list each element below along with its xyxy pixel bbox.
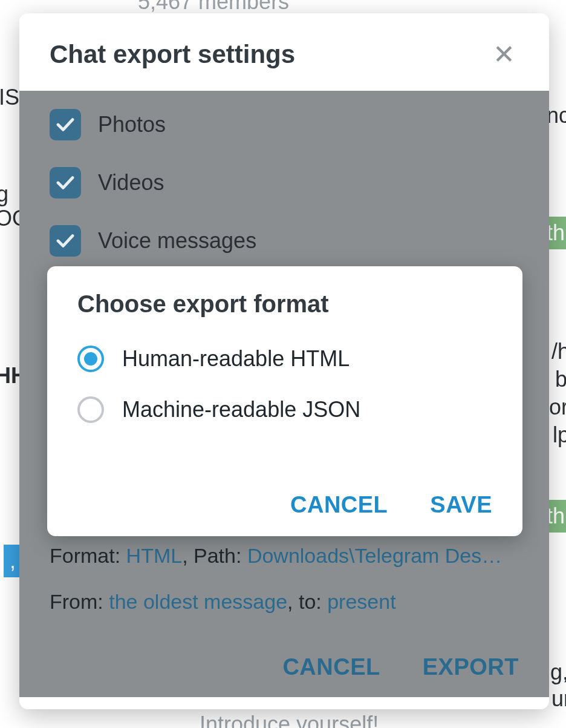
inner-dialog-actions: CANCEL SAVE xyxy=(290,492,492,518)
checkbox-checked-icon[interactable] xyxy=(50,167,81,198)
from-label: From: xyxy=(50,590,109,613)
checkbox-label: Photos xyxy=(98,112,166,137)
save-button[interactable]: SAVE xyxy=(430,492,492,518)
bg-members: 5,467 members xyxy=(138,0,289,15)
format-link[interactable]: HTML xyxy=(126,544,183,567)
info-line-format-path: Format: HTML, Path: Downloads\Telegram D… xyxy=(50,539,519,574)
bg-snip: g, xyxy=(550,660,566,685)
radio-option-html[interactable]: Human-readable HTML xyxy=(77,346,492,372)
cancel-button[interactable]: CANCEL xyxy=(282,654,380,680)
bg-snip: b xyxy=(555,367,566,392)
to-link[interactable]: present xyxy=(327,590,395,613)
checkbox-label: Voice messages xyxy=(98,228,256,254)
radio-label: Machine-readable JSON xyxy=(122,397,360,422)
path-link[interactable]: Downloads\Telegram Des… xyxy=(247,544,502,567)
outer-dialog-actions: CANCEL EXPORT xyxy=(282,654,519,680)
dialog-body-dimmed: Photos Videos Voice messages Format: HTM… xyxy=(19,91,549,697)
cancel-button[interactable]: CANCEL xyxy=(290,492,388,518)
radio-selected-icon[interactable] xyxy=(77,346,104,372)
bg-snip: IS xyxy=(0,85,19,110)
checkbox-checked-icon[interactable] xyxy=(50,109,81,140)
checkbox-row-photos[interactable]: Photos xyxy=(50,109,519,140)
dialog-title: Chat export settings xyxy=(50,40,295,69)
radio-option-json[interactable]: Machine-readable JSON xyxy=(77,396,492,423)
checkbox-row-voice-messages[interactable]: Voice messages xyxy=(50,225,519,257)
export-info: Format: HTML, Path: Downloads\Telegram D… xyxy=(50,539,519,620)
radio-label: Human-readable HTML xyxy=(122,346,350,372)
dialog-header: Chat export settings ✕ xyxy=(19,13,549,91)
to-label: , to: xyxy=(287,590,327,613)
bg-snip: nc xyxy=(547,103,566,128)
bg-snip: ur xyxy=(551,686,566,712)
chat-export-settings-dialog: Chat export settings ✕ Photos Videos Voi… xyxy=(19,13,549,709)
bg-snip: /h xyxy=(551,339,566,364)
export-button[interactable]: EXPORT xyxy=(423,654,519,680)
inner-dialog-title: Choose export format xyxy=(77,290,492,318)
radio-unselected-icon[interactable] xyxy=(77,396,104,423)
format-label: Format: xyxy=(50,544,126,567)
choose-export-format-dialog: Choose export format Human-readable HTML… xyxy=(47,266,522,536)
bg-snip: Introduce yourself! xyxy=(200,712,379,728)
bg-snip: or xyxy=(549,395,566,420)
from-link[interactable]: the oldest message xyxy=(109,590,287,613)
info-line-range: From: the oldest message, to: present xyxy=(50,585,519,620)
close-icon[interactable]: ✕ xyxy=(489,39,519,70)
bg-snip: g xyxy=(0,182,8,207)
checkbox-label: Videos xyxy=(98,170,164,195)
path-label: , Path: xyxy=(182,544,247,567)
bg-snip: lp xyxy=(553,422,566,448)
checkbox-row-videos[interactable]: Videos xyxy=(50,167,519,198)
checkbox-checked-icon[interactable] xyxy=(50,225,81,257)
